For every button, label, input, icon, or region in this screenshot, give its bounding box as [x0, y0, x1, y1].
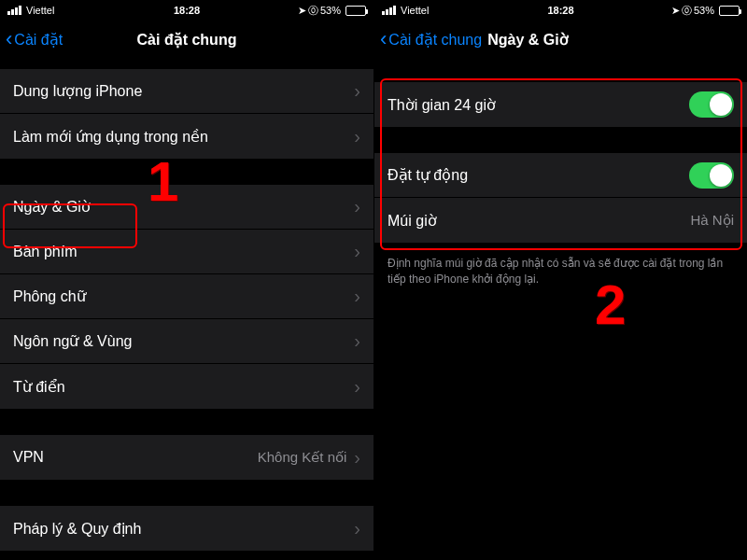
clock-label: 18:28	[174, 5, 200, 16]
group-24h: Thời gian 24 giờ	[374, 82, 747, 127]
row-label: Đặt tự động	[388, 166, 689, 184]
row-vpn[interactable]: VPN Không Kết nối ›	[0, 435, 374, 480]
nav-header: ‹ Cài đặt chung Ngày & Giờ	[374, 19, 747, 60]
settings-list: Thời gian 24 giờ Đặt tự động Múi giờ Hà …	[374, 82, 747, 287]
page-title: Ngày & Giờ	[487, 31, 568, 49]
row-value: Không Kết nối	[258, 449, 347, 466]
chevron-right-icon: ›	[354, 286, 360, 307]
row-label: Làm mới ứng dụng trong nền	[13, 128, 354, 146]
alarm-icon: ⓪	[682, 4, 692, 18]
battery-percent: 53%	[694, 5, 714, 16]
chevron-right-icon: ›	[354, 330, 360, 352]
group-system: Ngày & Giờ › Bàn phím › Phông chữ › Ngôn…	[0, 185, 374, 409]
row-label: Múi giờ	[388, 212, 690, 230]
phone-screen-left: Viettel 18:28 ➤ ⓪ 53% ‹ Cài đặt Cài đặt …	[0, 0, 374, 560]
row-label: VPN	[13, 449, 258, 466]
row-set-automatically[interactable]: Đặt tự động	[374, 153, 747, 198]
alarm-icon: ⓪	[308, 4, 318, 18]
location-icon: ➤	[671, 5, 680, 17]
status-bar: Viettel 18:28 ➤ ⓪ 53%	[0, 0, 374, 19]
row-dictionary[interactable]: Từ điển ›	[0, 364, 374, 409]
signal-icon	[382, 6, 396, 15]
row-language-region[interactable]: Ngôn ngữ & Vùng ›	[0, 319, 374, 364]
settings-list: Dung lượng iPhone › Làm mới ứng dụng tro…	[0, 69, 374, 551]
row-label: Dung lượng iPhone	[13, 82, 354, 100]
group-legal: Pháp lý & Quy định ›	[0, 506, 374, 551]
chevron-right-icon: ›	[354, 80, 360, 102]
group-storage: Dung lượng iPhone › Làm mới ứng dụng tro…	[0, 69, 374, 159]
row-keyboard[interactable]: Bàn phím ›	[0, 230, 374, 274]
chevron-right-icon: ›	[354, 196, 360, 217]
row-date-time[interactable]: Ngày & Giờ ›	[0, 185, 374, 230]
back-button[interactable]: ‹ Cài đặt chung	[380, 29, 482, 49]
signal-icon	[7, 6, 21, 15]
group-auto: Đặt tự động Múi giờ Hà Nội	[374, 153, 747, 243]
status-bar: Viettel 18:28 ➤ ⓪ 53%	[374, 0, 747, 19]
location-icon: ➤	[298, 5, 306, 17]
chevron-left-icon: ‹	[6, 29, 12, 49]
chevron-right-icon: ›	[354, 241, 360, 262]
clock-label: 18:28	[547, 5, 573, 16]
chevron-right-icon: ›	[354, 447, 360, 469]
row-label: Ngôn ngữ & Vùng	[13, 332, 354, 350]
row-label: Phông chữ	[13, 287, 354, 305]
toggle-auto[interactable]	[689, 162, 734, 189]
row-24-hour-time[interactable]: Thời gian 24 giờ	[374, 82, 747, 127]
chevron-right-icon: ›	[354, 126, 360, 147]
row-label: Ngày & Giờ	[13, 198, 354, 216]
nav-header: ‹ Cài đặt Cài đặt chung	[0, 19, 374, 60]
row-label: Bàn phím	[13, 244, 354, 260]
page-title: Cài đặt chung	[137, 31, 237, 49]
carrier-label: Viettel	[401, 5, 429, 16]
row-fonts[interactable]: Phông chữ ›	[0, 274, 374, 319]
group-vpn: VPN Không Kết nối ›	[0, 435, 374, 480]
carrier-label: Viettel	[26, 5, 54, 16]
row-label: Pháp lý & Quy định	[13, 520, 354, 538]
row-label: Thời gian 24 giờ	[388, 96, 689, 114]
row-label: Từ điển	[13, 378, 354, 396]
footer-note: Định nghĩa múi giờ đã cập nhật có sẵn và…	[374, 248, 747, 287]
chevron-right-icon: ›	[354, 376, 360, 398]
phone-screen-right: Viettel 18:28 ➤ ⓪ 53% ‹ Cài đặt chung Ng…	[374, 0, 747, 560]
chevron-left-icon: ‹	[380, 29, 387, 49]
back-label: Cài đặt chung	[388, 31, 482, 49]
back-label: Cài đặt	[14, 31, 63, 49]
battery-icon	[719, 6, 740, 16]
battery-percent: 53%	[320, 5, 341, 16]
row-value: Hà Nội	[690, 212, 734, 229]
battery-icon	[345, 6, 366, 16]
toggle-24-hour[interactable]	[689, 91, 734, 118]
row-iphone-storage[interactable]: Dung lượng iPhone ›	[0, 69, 374, 114]
row-background-refresh[interactable]: Làm mới ứng dụng trong nền ›	[0, 114, 374, 159]
chevron-right-icon: ›	[354, 518, 360, 539]
row-timezone[interactable]: Múi giờ Hà Nội	[374, 198, 747, 243]
back-button[interactable]: ‹ Cài đặt	[6, 29, 63, 49]
row-legal[interactable]: Pháp lý & Quy định ›	[0, 506, 374, 551]
